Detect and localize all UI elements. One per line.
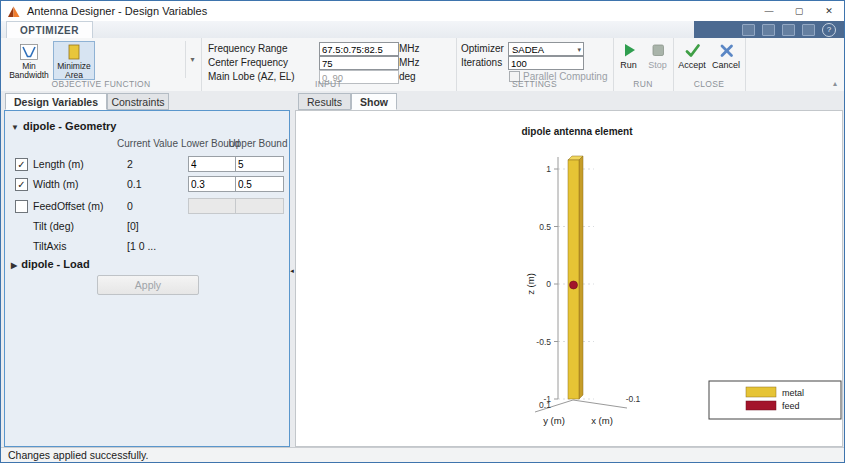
cancel-label: Cancel	[712, 60, 740, 70]
svg-text:0: 0	[546, 279, 551, 289]
title-bar: Antenna Designer - Design Variables — ▢ …	[1, 1, 844, 21]
quick-access-icon-4[interactable]	[802, 24, 815, 36]
svg-text:0.5: 0.5	[539, 222, 551, 232]
z-axis-label: z (m)	[525, 273, 536, 295]
tab-show[interactable]: Show	[351, 93, 397, 110]
section-label-settings: SETTINGS	[456, 79, 613, 89]
stop-label: Stop	[648, 60, 667, 70]
plot-legend: metal feed	[709, 381, 841, 419]
iterations-input[interactable]	[508, 56, 584, 70]
run-button[interactable]: Run	[615, 42, 642, 80]
center-frequency-input[interactable]	[319, 56, 399, 70]
length-checkbox[interactable]: ✓	[15, 158, 28, 171]
accept-label: Accept	[678, 60, 706, 70]
feed-dot	[570, 281, 578, 289]
tab-results[interactable]: Results	[298, 93, 351, 110]
feedoffset-lower-bound-input	[188, 198, 237, 214]
minimize-area-button[interactable]: Minimize Area	[53, 41, 95, 80]
length-label: Length (m)	[33, 158, 84, 170]
close-window-icon[interactable]: ✕	[814, 1, 844, 21]
tiltaxis-value: [1 0 ...	[127, 240, 156, 252]
quick-access-toolbar: ?	[694, 21, 844, 38]
width-label: Width (m)	[33, 178, 79, 190]
chevron-down-icon: ▾	[190, 55, 194, 64]
section-label-run: RUN	[613, 79, 673, 89]
area-rectangle-icon	[64, 43, 84, 61]
optimizer-value: SADEA	[512, 44, 544, 55]
collapse-triangle-icon: ▼	[11, 123, 19, 132]
length-lower-bound-input[interactable]	[188, 156, 237, 172]
z-tick-labels: 1 0.5 0 -0.5 -1	[536, 164, 551, 404]
section-run: Run Stop RUN	[613, 38, 674, 91]
geometry-section-header[interactable]: ▼dipole - Geometry	[11, 120, 116, 132]
column-header-current-value: Current Value	[110, 138, 185, 149]
section-label-input: INPUT	[201, 79, 456, 89]
dipole-element	[568, 156, 583, 399]
section-label-objective: OBJECTIVE FUNCTION	[1, 79, 201, 89]
x-tick-label: -0.1	[626, 394, 641, 404]
min-bandwidth-label: Min Bandwidth	[9, 62, 49, 80]
y-tick-label: 0.1	[539, 400, 551, 410]
feedoffset-label: FeedOffset (m)	[33, 200, 103, 212]
tab-design-variables[interactable]: Design Variables	[5, 93, 107, 110]
tab-optimizer[interactable]: OPTIMIZER	[6, 21, 93, 39]
table-row-tiltaxis: TiltAxis [1 0 ...	[5, 238, 289, 255]
minimize-area-label: Minimize Area	[54, 62, 94, 80]
accept-button[interactable]: Accept	[676, 42, 708, 80]
section-input: Frequency Range MHz Center Frequency MHz…	[201, 38, 457, 91]
frequency-range-unit: MHz	[399, 43, 420, 54]
legend-feed-swatch	[746, 401, 776, 410]
run-play-icon	[621, 42, 637, 58]
feedoffset-checkbox[interactable]	[15, 200, 28, 213]
optimizer-label: Optimizer	[461, 43, 504, 54]
frequency-range-input[interactable]	[319, 42, 399, 56]
tab-constraints[interactable]: Constraints	[107, 93, 169, 110]
expand-triangle-icon: ▶	[11, 261, 17, 270]
bandwidth-curve-icon	[19, 43, 39, 61]
quick-access-icon-3[interactable]	[782, 24, 795, 36]
width-lower-bound-input[interactable]	[188, 176, 237, 192]
x-axis-label: x (m)	[591, 415, 613, 426]
width-upper-bound-input[interactable]	[235, 176, 284, 192]
load-section-header[interactable]: ▶dipole - Load	[11, 258, 90, 270]
apply-button[interactable]: Apply	[97, 275, 199, 295]
maximize-window-icon[interactable]: ▢	[784, 1, 814, 21]
app-window: Antenna Designer - Design Variables — ▢ …	[0, 0, 845, 463]
objective-gallery-dropdown[interactable]: ▾	[185, 41, 199, 78]
length-upper-bound-input[interactable]	[235, 156, 284, 172]
collapse-ribbon-icon[interactable]: ▴	[833, 79, 837, 88]
design-variables-panel: ▼dipole - Geometry Current Value Lower B…	[4, 110, 290, 447]
tilt-label: Tilt (deg)	[33, 220, 74, 232]
minimize-window-icon[interactable]: —	[754, 1, 784, 21]
help-icon[interactable]: ?	[822, 23, 836, 37]
table-row-tilt: Tilt (deg) [0]	[5, 218, 289, 235]
min-bandwidth-button[interactable]: Min Bandwidth	[8, 41, 50, 80]
quick-access-icon-1[interactable]	[742, 24, 755, 36]
length-current-value: 2	[127, 158, 133, 170]
stop-button[interactable]: Stop	[644, 42, 671, 80]
svg-text:-0.5: -0.5	[536, 337, 551, 347]
width-current-value: 0.1	[127, 178, 142, 190]
status-message: Changes applied successfully.	[8, 449, 148, 461]
frequency-range-label: Frequency Range	[208, 43, 288, 54]
legend-feed-label: feed	[782, 401, 800, 411]
dipole-side-face	[579, 156, 583, 399]
iterations-label: Iterations	[461, 57, 502, 68]
tiltaxis-label: TiltAxis	[33, 240, 66, 252]
feedoffset-upper-bound-input	[235, 198, 284, 214]
optimizer-select[interactable]: SADEA ▾	[508, 42, 584, 56]
section-close: Accept Cancel CLOSE	[673, 38, 746, 91]
center-frequency-label: Center Frequency	[208, 57, 288, 68]
frequency-range-row: Frequency Range MHz	[201, 42, 456, 55]
dipole-metal-strip	[568, 160, 579, 399]
cancel-button[interactable]: Cancel	[710, 42, 742, 80]
quick-access-icon-2[interactable]	[762, 24, 775, 36]
legend-metal-swatch	[746, 387, 776, 397]
legend-metal-label: metal	[782, 388, 804, 398]
feedoffset-current-value: 0	[127, 200, 133, 212]
window-controls: — ▢ ✕	[754, 1, 844, 21]
width-checkbox[interactable]: ✓	[15, 178, 28, 191]
table-row-feedoffset: FeedOffset (m) 0	[5, 198, 289, 215]
matlab-app-icon	[7, 5, 21, 18]
dipole-3d-plot[interactable]: dipole antenna element	[296, 111, 842, 446]
